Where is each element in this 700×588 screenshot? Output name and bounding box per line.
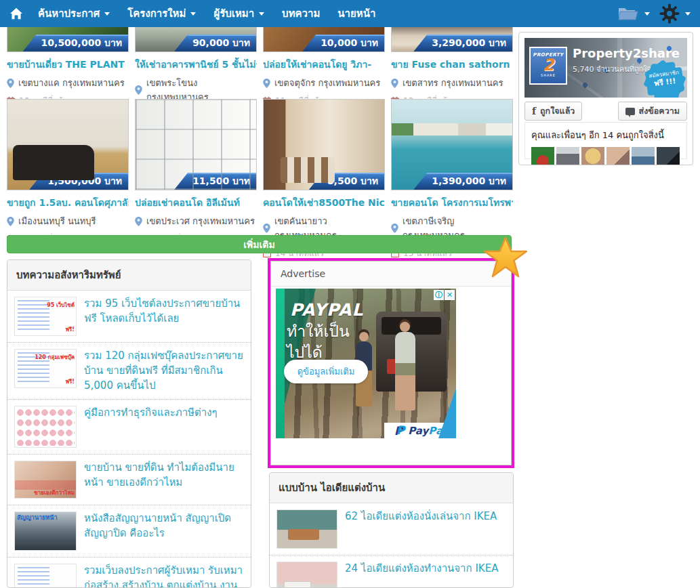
article-list-item[interactable]: 95 เว็บไซต์ฟรี! รวม 95 เว็บไซต์ลงประกาศข… bbox=[7, 291, 251, 343]
chevron-down-icon bbox=[685, 12, 691, 16]
friend-avatar[interactable] bbox=[632, 147, 655, 165]
listing-location: เขตบางแค กรุงเทพมหานคร bbox=[7, 76, 129, 90]
article-link[interactable]: ขายบ้าน ขายที่ดิน ทำไมต้องมีนายหน้า ขายเ… bbox=[84, 461, 244, 499]
article-link[interactable]: รวม 95 เว็บไซต์ลงประกาศขายบ้านฟรี โหลดเก… bbox=[84, 297, 244, 336]
map-pin-icon bbox=[391, 79, 398, 88]
folder-menu-button[interactable] bbox=[617, 5, 650, 22]
facebook-likes-count: 5,740 จำนวนคนที่ถูกใจ bbox=[573, 63, 651, 75]
home-icon[interactable] bbox=[9, 7, 23, 20]
chat-bubble-icon bbox=[625, 108, 635, 115]
facebook-message-button[interactable]: ส่งข้อความ bbox=[618, 102, 687, 121]
settings-menu-button[interactable] bbox=[659, 3, 691, 24]
page: ค้นหาประกาศ โครงการใหม่ ผู้รับเหมา บทควา… bbox=[0, 0, 700, 588]
article-list-item[interactable]: ฟรี! รวมเว็บลงประกาศผู้รับเหมา รับเหมา ก… bbox=[7, 558, 251, 588]
listing-title-link[interactable]: ขายบ้านเดี่ยว THE PLANT 2ชั้น bbox=[7, 57, 129, 72]
load-more-button[interactable]: เพิ่มเติม bbox=[7, 235, 512, 253]
idea-link[interactable]: 24 ไอเดียแต่งห้องทำงานจาก IKEA bbox=[345, 562, 498, 588]
navbar-right-icons bbox=[617, 3, 691, 24]
article-link[interactable]: รวม 120 กลุ่มเฟซบุ๊คลงประกาศขายบ้าน ขายท… bbox=[84, 349, 244, 393]
facebook-liked-button[interactable]: ถูกใจแล้ว bbox=[524, 102, 582, 121]
price-ribbon: 8,500 บาท bbox=[309, 173, 384, 190]
article-list-item[interactable]: คู่มือการทำธุรกิจและภาษีต่างๆ bbox=[7, 400, 251, 455]
friend-avatar[interactable] bbox=[531, 147, 554, 165]
folder-icon bbox=[617, 5, 639, 22]
article-thumbnail: 95 เว็บไซต์ฟรี! bbox=[14, 297, 77, 336]
listing-photo[interactable]: 90,000 บาท bbox=[135, 27, 257, 52]
price-ribbon: 1,390,000 บาท bbox=[413, 173, 512, 190]
nav-item-brokers[interactable]: นายหน้า bbox=[337, 5, 375, 22]
article-thumbnail: 120 กลุ่มเฟซบุ๊คฟรี! bbox=[14, 349, 77, 388]
listing-title-link[interactable]: คอนโดให้เช่า8500The Niche id bbox=[263, 195, 385, 210]
listing-photo[interactable]: 11,500 บาท bbox=[135, 99, 257, 190]
friend-avatar[interactable] bbox=[556, 147, 579, 165]
listing-photo[interactable]: 10,500,000 บาท bbox=[7, 27, 129, 52]
listing-title-link[interactable]: ขายคอนโด โครงการเมโทรพาร์ค bbox=[391, 195, 513, 210]
map-pin-icon bbox=[7, 79, 14, 88]
friend-avatars-row bbox=[531, 147, 680, 165]
price-ribbon: 3,290,000 บาท bbox=[413, 35, 512, 51]
listing-title-link[interactable]: ปล่อยเช่าคอนโด อิลีเม้นท์ bbox=[135, 195, 257, 210]
listing-location: เขตสาทร กรุงเทพมหานคร bbox=[391, 76, 513, 90]
article-link[interactable]: รวมเว็บลงประกาศผู้รับเหมา รับเหมา ก่อสร้… bbox=[84, 564, 244, 588]
nav-item-articles[interactable]: บทความ bbox=[282, 5, 320, 22]
article-list-item[interactable]: สัญญานายหน้า หนังสือสัญญานายหน้า สัญญาเป… bbox=[7, 505, 251, 558]
paypal-logo-icon: PP bbox=[394, 424, 403, 438]
article-link[interactable]: คู่มือการทำธุรกิจและภาษีต่างๆ bbox=[84, 406, 218, 448]
idea-thumbnail bbox=[276, 509, 337, 549]
map-pin-icon bbox=[263, 224, 270, 233]
listing-title-link[interactable]: ขายถูก 1.5ลบ. คอนโดศุภาลัย bbox=[7, 195, 129, 210]
nav-item-new-projects[interactable]: โครงการใหม่ bbox=[127, 5, 196, 22]
friend-avatar[interactable] bbox=[581, 147, 604, 165]
map-pin-icon bbox=[135, 85, 142, 95]
idea-thumbnail bbox=[276, 562, 337, 588]
listing-photo[interactable]: 3,290,000 บาท bbox=[391, 27, 513, 52]
price-ribbon: 10,000 บาท bbox=[302, 35, 384, 51]
listing-title-link[interactable]: ขาย Fuse chan sathorn bbox=[391, 57, 513, 72]
listing-photo[interactable]: 1,390,000 บาท bbox=[391, 99, 513, 190]
listing-location: เขตจตุจักร กรุงเทพมหานคร bbox=[263, 76, 385, 90]
chevron-down-icon bbox=[259, 12, 264, 16]
article-link[interactable]: หนังสือสัญญานายหน้า สัญญาเปิด สัญญาปิด ค… bbox=[84, 511, 244, 551]
map-pin-icon bbox=[263, 79, 270, 88]
facebook-social-context: คุณและเพื่อนๆ อีก 14 คนถูกใจสิ่งนี้ bbox=[524, 122, 687, 159]
article-list-item[interactable]: ขายเองดีกว่าไหม ขายบ้าน ขายที่ดิน ทำไมต้… bbox=[7, 455, 251, 505]
ad-close-icon[interactable] bbox=[445, 290, 455, 300]
listing-photo[interactable]: 10,000 บาท bbox=[263, 27, 385, 52]
nav-item-contractors[interactable]: ผู้รับเหมา bbox=[213, 5, 264, 22]
article-thumbnail bbox=[14, 406, 77, 448]
listing-title-link[interactable]: ให้เช่าอาคารพานิชย์ 5 ชั้นไม่รวม bbox=[135, 57, 257, 72]
ad-accent-stripe bbox=[276, 289, 285, 438]
facebook-page-name: Property2share bbox=[573, 46, 680, 60]
idea-list-item[interactable]: 24 ไอเดียแต่งห้องทำงานจาก IKEA bbox=[270, 555, 513, 588]
article-thumbnail: ฟรี! bbox=[14, 564, 77, 588]
listing-photo[interactable]: 8,500 บาท bbox=[263, 99, 385, 190]
adchoices-info-icon[interactable] bbox=[434, 290, 444, 300]
friend-avatar[interactable] bbox=[606, 147, 630, 165]
facebook-f-icon bbox=[532, 106, 536, 117]
home-ideas-panel: แบบบ้าน ไอเดียแต่งบ้าน 62 ไอเดียแต่งห้อง… bbox=[269, 472, 514, 588]
ad-cta-button[interactable]: ดูข้อมูลเพิ่มเติม bbox=[284, 360, 368, 383]
friend-avatar[interactable] bbox=[657, 147, 680, 165]
advertise-panel-title: Advertise bbox=[271, 261, 511, 287]
ad-person-graphic bbox=[395, 332, 415, 411]
idea-link[interactable]: 62 ไอเดียแต่งห้องนั่งเล่นจาก IKEA bbox=[345, 509, 497, 549]
top-navbar: ค้นหาประกาศ โครงการใหม่ ผู้รับเหมา บทควา… bbox=[0, 0, 700, 27]
idea-list-item[interactable]: 62 ไอเดียแต่งห้องนั่งเล่นจาก IKEA bbox=[270, 503, 513, 555]
ad-choices-controls bbox=[434, 290, 455, 300]
article-thumbnail: ขายเองดีกว่าไหม bbox=[14, 461, 77, 499]
price-ribbon: 11,500 บาท bbox=[174, 173, 256, 190]
property2share-logo: PROPERTY 2 SHARE bbox=[529, 47, 567, 85]
listing-photo[interactable]: 1,500,000 บาท bbox=[7, 99, 129, 190]
facebook-cover-photo[interactable]: PROPERTY 2 SHARE Property2share 5,740 จำ… bbox=[524, 38, 687, 98]
ad-headline: ทำให้เป็นไปได้ bbox=[287, 321, 350, 363]
nav-item-search-listings[interactable]: ค้นหาประกาศ bbox=[38, 5, 110, 22]
map-pin-icon bbox=[135, 217, 142, 226]
article-list-item[interactable]: 120 กลุ่มเฟซบุ๊คฟรี! รวม 120 กลุ่มเฟซบุ๊… bbox=[7, 343, 251, 400]
listing-title-link[interactable]: ปล่อยให้เช่าคอนโดยู วิภา- bbox=[263, 57, 385, 72]
friends-like-text: คุณและเพื่อนๆ อีก 14 คนถูกใจสิ่งนี้ bbox=[531, 128, 680, 142]
advertise-highlight-box: Advertise PAYPAL ทำให้เป็นไปได้ ดูข้อมูล… bbox=[268, 258, 514, 468]
map-pin-icon bbox=[391, 224, 398, 233]
paypal-ad-banner[interactable]: PAYPAL ทำให้เป็นไปได้ ดูข้อมูลเพิ่มเติม … bbox=[276, 289, 456, 438]
star-annotation-icon bbox=[484, 236, 527, 278]
map-pin-icon bbox=[7, 217, 14, 226]
